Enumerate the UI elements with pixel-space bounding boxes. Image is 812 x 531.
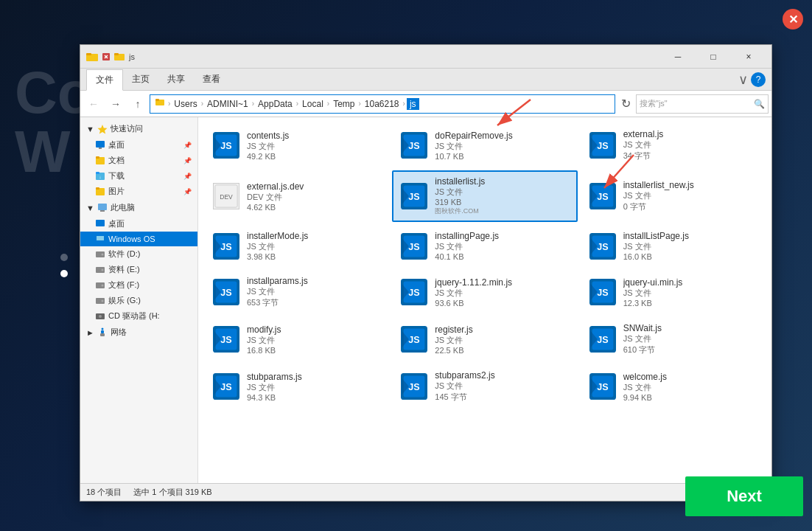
filetype-jquery: JS 文件	[435, 288, 570, 299]
file-item-register[interactable]: JS register.js JS 文件 22.5 KB	[392, 317, 577, 361]
svg-point-36	[101, 327, 103, 330]
sidebar-item-downloads[interactable]: ↓ 下载 📌	[80, 168, 197, 184]
file-item-externaldev[interactable]: DEV external.js.dev DEV 文件 4.62 KB	[204, 170, 389, 222]
file-icon-external: JS	[588, 131, 617, 160]
nav-bar: ← → ↑ › Users › ADMINI~1 › AppData › Loc…	[80, 91, 771, 117]
filetype-installerlist-new: JS 文件	[623, 190, 758, 201]
filetype-snwait: JS 文件	[623, 333, 758, 344]
file-icon-welcome: JS	[588, 372, 617, 401]
file-item-welcome[interactable]: JS welcome.js JS 文件 9.94 KB	[581, 364, 766, 409]
file-info-installingpage: installingPage.js JS 文件 40.1 KB	[435, 231, 570, 261]
svg-text:JS: JS	[409, 382, 420, 392]
sidebar-item-drive-f[interactable]: 文档 (F:)	[80, 277, 197, 293]
network-header[interactable]: ► 网络	[80, 324, 197, 341]
title-bar-controls: ─ □ ×	[661, 45, 766, 69]
forward-button[interactable]: →	[105, 94, 126, 114]
file-icon-installermode: JS	[211, 232, 241, 261]
file-icon-installerlist: JS	[399, 181, 429, 211]
quick-access-header[interactable]: ▼ 快速访问	[80, 120, 197, 137]
file-item-stubparams[interactable]: JS stubparams.js JS 文件 94.3 KB	[204, 364, 389, 409]
filename-externaldev: external.js.dev	[247, 181, 382, 192]
up-button[interactable]: ↑	[127, 94, 148, 114]
file-item-contents[interactable]: JS contents.js JS 文件 49.2 KB	[204, 123, 389, 167]
sidebar-item-drive-d[interactable]: 软件 (D:)	[80, 246, 197, 262]
crumb-10a6218[interactable]: 10a6218	[363, 98, 402, 110]
svg-text:JS: JS	[220, 335, 231, 345]
filename-jqueryui: jquery-ui.min.js	[623, 277, 758, 288]
close-circle-button[interactable]: ✕	[783, 9, 803, 30]
sidebar-item-drive-h[interactable]: CD 驱动器 (H:	[80, 308, 197, 324]
crumb-temp[interactable]: Temp	[331, 98, 357, 110]
sidebar-item-drive-e[interactable]: 资料 (E:)	[80, 262, 197, 277]
ribbon-collapse-button[interactable]: ∨	[738, 72, 748, 88]
tab-home[interactable]: 主页	[123, 69, 158, 90]
sidebar-item-pictures[interactable]: 图片 📌	[80, 184, 197, 199]
filetype-installlistpage: JS 文件	[623, 241, 758, 252]
file-info-external: external.js JS 文件 34 字节	[623, 129, 758, 162]
address-bar[interactable]: › Users › ADMINI~1 › AppData › Local › T…	[150, 94, 615, 114]
svg-text:JS: JS	[409, 192, 420, 202]
pin-icon-pictures: 📌	[183, 188, 192, 195]
file-info-modify: modify.js JS 文件 16.8 KB	[247, 324, 382, 355]
sidebar-item-sdesktop[interactable]: 桌面	[80, 216, 197, 232]
file-item-jqueryui[interactable]: JS jquery-ui.min.js JS 文件 12.3 KB	[581, 270, 766, 314]
file-item-external[interactable]: JS external.js JS 文件 34 字节	[581, 123, 766, 167]
sidebar-item-drive-g[interactable]: 娱乐 (G:)	[80, 293, 197, 308]
pin-icon-docs: 📌	[183, 157, 192, 164]
crumb-users[interactable]: Users	[172, 98, 199, 110]
crumb-appdata[interactable]: AppData	[256, 98, 295, 110]
sidebar-item-desktop[interactable]: 桌面 📌	[80, 137, 197, 153]
pin-icon	[101, 52, 111, 62]
tab-view[interactable]: 查看	[194, 69, 229, 90]
file-icon-modify: JS	[211, 324, 241, 354]
file-item-installerlist-new[interactable]: JS installerlist_new.js JS 文件 0 字节	[581, 170, 766, 222]
status-count: 18 个项目	[86, 487, 122, 498]
svg-text:JS: JS	[220, 288, 231, 298]
sidebar-item-docs[interactable]: 文档 📌	[80, 153, 197, 168]
back-button[interactable]: ←	[83, 94, 104, 114]
drive-e-icon	[95, 265, 105, 275]
filesize-installerlist: 319 KB	[435, 198, 570, 206]
filename-external: external.js	[623, 129, 758, 139]
crumb-js[interactable]: js	[407, 98, 419, 110]
file-item-installlistpage[interactable]: JS installListPage.js JS 文件 16.0 KB	[581, 225, 766, 267]
refresh-button[interactable]: ↻	[617, 94, 634, 114]
filetype-dorepairremove: JS 文件	[435, 141, 570, 152]
crumb-local[interactable]: Local	[300, 98, 326, 110]
crumb-folder[interactable]	[153, 97, 167, 110]
this-pc-header[interactable]: ▼ 此电脑	[80, 199, 197, 216]
svg-rect-11	[99, 148, 102, 149]
file-item-dorepairremove[interactable]: JS doRepairRemove.js JS 文件 10.7 KB	[392, 123, 577, 167]
svg-rect-1	[86, 53, 91, 55]
svg-rect-21	[96, 220, 105, 226]
close-button[interactable]: ×	[732, 45, 766, 69]
svg-rect-34	[100, 333, 105, 336]
filename-installerlist-new: installerlist_new.js	[623, 180, 758, 190]
filesize-register: 22.5 KB	[435, 346, 570, 355]
svg-text:JS: JS	[409, 242, 420, 252]
svg-text:JS: JS	[597, 288, 608, 298]
tab-share[interactable]: 共享	[158, 69, 194, 90]
search-box[interactable]: 搜索"js" 🔍	[636, 94, 769, 114]
file-item-installerlist[interactable]: JS installerlist.js JS 文件 319 KB 图秋软件.CO…	[392, 170, 577, 222]
help-button[interactable]: ?	[751, 72, 766, 87]
maximize-button[interactable]: □	[696, 45, 730, 69]
minimize-button[interactable]: ─	[661, 45, 695, 69]
download-icon: ↓	[95, 171, 105, 181]
sidebar-item-windows-os[interactable]: Windows OS	[80, 232, 197, 246]
dev-file-icon: DEV	[213, 183, 239, 209]
file-item-installparams[interactable]: JS installparams.js JS 文件 653 字节	[204, 270, 389, 314]
folder-small-icon	[114, 52, 125, 62]
crumb-admini[interactable]: ADMINI~1	[205, 98, 251, 110]
file-item-stubparams2[interactable]: JS stubparams2.js JS 文件 145 字节	[392, 364, 577, 409]
file-item-jquery[interactable]: JS jquery-1.11.2.min.js JS 文件 93.6 KB	[392, 270, 577, 314]
filetype-external: JS 文件	[623, 139, 758, 150]
tab-file[interactable]: 文件	[86, 69, 123, 91]
file-item-installingpage[interactable]: JS installingPage.js JS 文件 40.1 KB	[392, 225, 577, 267]
file-info-installermode: installerMode.js JS 文件 3.98 KB	[247, 231, 382, 261]
file-item-snwait[interactable]: JS SNWait.js JS 文件 610 字节	[581, 317, 766, 361]
file-icon-installingpage: JS	[399, 232, 429, 261]
next-button[interactable]: Next	[685, 476, 803, 516]
file-item-modify[interactable]: JS modify.js JS 文件 16.8 KB	[204, 317, 389, 361]
file-item-installermode[interactable]: JS installerMode.js JS 文件 3.98 KB	[204, 225, 389, 267]
